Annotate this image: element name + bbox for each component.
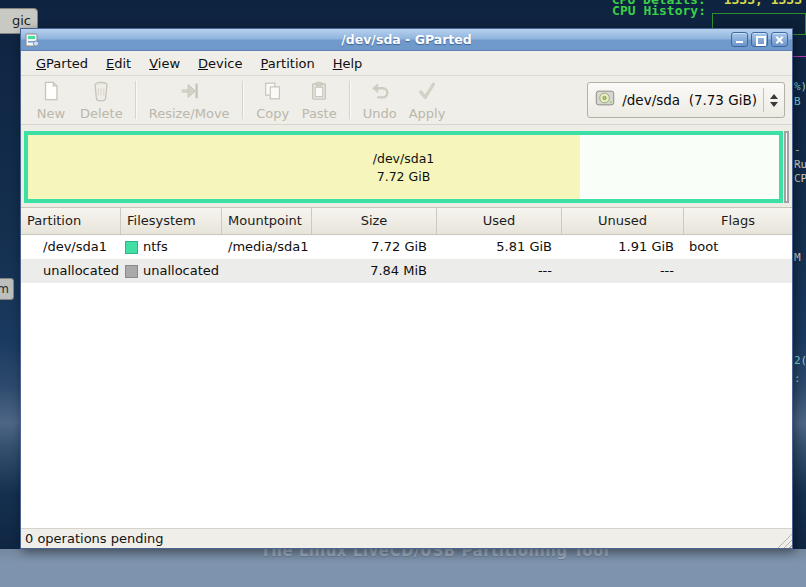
statusbar: 0 operations pending [21, 528, 792, 548]
cell-filesystem: unallocated [121, 259, 222, 283]
conky-fragment: B [794, 95, 801, 108]
cell-partition: /dev/sda1 [21, 235, 121, 259]
column-header-partition[interactable]: Partition [21, 208, 121, 234]
conky-fragment: CP [794, 172, 806, 185]
new-button-label: New [37, 106, 65, 121]
device-selector[interactable]: /dev/sda (7.73 GiB) [587, 82, 785, 118]
chevron-up-icon [770, 94, 778, 99]
conky-fragment: M [794, 251, 801, 264]
undo-icon [369, 80, 391, 106]
cell-filesystem: ntfs [121, 235, 222, 259]
partition-visual-label: /dev/sda1 7.72 GiB [28, 150, 779, 185]
copy-button-label: Copy [256, 106, 289, 121]
conky-fragment: 2( [794, 354, 806, 367]
resize-move-button[interactable]: Resize/Move [143, 79, 236, 122]
menu-partition[interactable]: Partition [252, 53, 324, 74]
toolbar-separator [242, 81, 244, 119]
device-selector-value: /dev/sda (7.73 GiB) [622, 92, 757, 108]
gparted-window: /dev/sda - GParted GParted Edit View Dev… [20, 28, 793, 549]
maximize-button[interactable] [751, 32, 768, 47]
filesystem-name: unallocated [143, 259, 219, 283]
paste-button-label: Paste [302, 106, 337, 121]
table-row[interactable]: unallocated unallocated 7.84 MiB --- --- [21, 259, 792, 283]
toolbar-separator [349, 81, 351, 119]
table-row[interactable]: /dev/sda1 ntfs /media/sda1 7.72 GiB 5.81… [21, 235, 792, 259]
copy-icon [262, 80, 284, 106]
partition-visual-name: /dev/sda1 [28, 150, 779, 168]
partition-table: Partition Filesystem Mountpoint Size Use… [21, 207, 792, 528]
cell-unused: --- [562, 259, 684, 283]
menubar: GParted Edit View Device Partition Help [21, 51, 792, 76]
minimize-button[interactable] [731, 32, 748, 47]
operations-pending-text: 0 operations pending [25, 531, 164, 546]
close-button[interactable] [771, 32, 788, 47]
menu-edit[interactable]: Edit [97, 53, 140, 74]
copy-button[interactable]: Copy [250, 79, 296, 122]
resize-move-icon [178, 80, 200, 106]
device-selector-spinner [763, 88, 778, 112]
toolbar-separator [135, 81, 137, 119]
filesystem-color-swatch [125, 265, 138, 278]
undo-button-label: Undo [363, 106, 397, 121]
window-title: /dev/sda - GParted [21, 32, 792, 47]
conky-partial-values: 1333, 1333 [724, 0, 802, 7]
column-header-unused[interactable]: Unused [562, 208, 684, 234]
wallpaper-caption: The Linux LiveCD/USB Partitioning Tool [261, 549, 610, 560]
menu-view[interactable]: View [140, 53, 189, 74]
cell-mountpoint: /media/sda1 [222, 235, 312, 259]
window-controls [731, 32, 788, 47]
apply-check-icon [416, 80, 438, 106]
apply-button[interactable]: Apply [403, 79, 452, 122]
unallocated-sliver[interactable] [784, 131, 789, 203]
wallpaper-band: The Linux LiveCD/USB Partitioning Tool [0, 549, 806, 587]
conky-separator-line [793, 56, 806, 57]
partition-visual-area: /dev/sda1 7.72 GiB [21, 125, 792, 207]
toolbar: New Delete Resize/Move Copy Paste Undo A… [21, 76, 792, 125]
column-header-filesystem[interactable]: Filesystem [121, 208, 222, 234]
conky-fragment: Ru [794, 158, 806, 171]
new-button[interactable]: New [28, 79, 74, 122]
table-header: Partition Filesystem Mountpoint Size Use… [21, 208, 792, 235]
paste-icon [308, 80, 330, 106]
resize-move-button-label: Resize/Move [149, 106, 230, 121]
column-header-mountpoint[interactable]: Mountpoint [222, 208, 312, 234]
menu-help[interactable]: Help [324, 53, 372, 74]
chevron-down-icon [770, 102, 778, 107]
column-header-size[interactable]: Size [312, 208, 437, 234]
column-header-flags[interactable]: Flags [684, 208, 792, 234]
partition-visual-size: 7.72 GiB [28, 167, 779, 185]
menu-device[interactable]: Device [189, 53, 251, 74]
paste-button[interactable]: Paste [296, 79, 343, 122]
partition-visual-bar[interactable]: /dev/sda1 7.72 GiB [24, 131, 783, 203]
delete-button-label: Delete [80, 106, 123, 121]
cell-size: 7.72 GiB [312, 235, 437, 259]
cell-flags: boot [684, 235, 792, 259]
conky-fragment: %) [794, 80, 806, 93]
conky-fragment: : [794, 372, 801, 385]
delete-button[interactable]: Delete [74, 79, 129, 122]
cell-used: 5.81 GiB [437, 235, 562, 259]
cell-used: --- [437, 259, 562, 283]
undo-button[interactable]: Undo [357, 79, 403, 122]
apply-button-label: Apply [409, 106, 446, 121]
cpu-history-label: CPU History: [612, 3, 706, 18]
disk-drive-icon [594, 87, 616, 113]
menu-gparted[interactable]: GParted [27, 53, 97, 74]
filesystem-color-swatch [125, 241, 138, 254]
cell-size: 7.84 MiB [312, 259, 437, 283]
cell-unused: 1.91 GiB [562, 235, 684, 259]
cell-partition: unallocated [21, 259, 121, 283]
conky-right-strip: %) B -- Ru CP M 2( : [793, 0, 806, 549]
table-empty-area [21, 283, 792, 528]
titlebar[interactable]: /dev/sda - GParted [21, 29, 792, 51]
filesystem-name: ntfs [143, 235, 168, 259]
column-header-used[interactable]: Used [437, 208, 562, 234]
new-document-icon [40, 80, 62, 106]
background-window-tab-small[interactable]: m [0, 278, 14, 300]
delete-trash-icon [90, 80, 112, 106]
resize-grip[interactable] [777, 533, 792, 548]
